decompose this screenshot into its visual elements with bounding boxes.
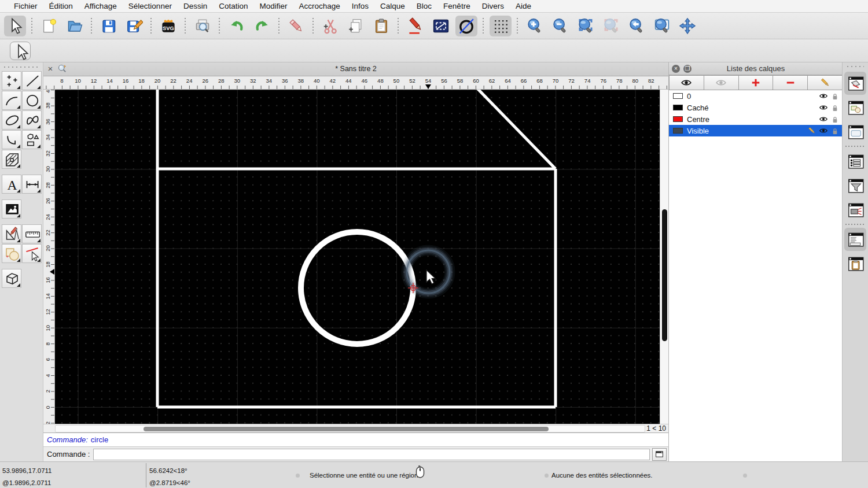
tool-drafting-button[interactable] bbox=[2, 224, 21, 243]
menu-infos[interactable]: Infos bbox=[346, 0, 374, 13]
layer-row-cache[interactable]: Caché bbox=[669, 102, 843, 113]
menu-selectionner[interactable]: Sélectionner bbox=[123, 0, 178, 13]
redo-button[interactable] bbox=[251, 16, 273, 36]
horizontal-scrollbar[interactable] bbox=[55, 425, 645, 432]
vertical-scrollbar-thumb[interactable] bbox=[662, 209, 667, 341]
remove-layer-button[interactable] bbox=[773, 75, 808, 90]
print-preview-button[interactable] bbox=[192, 16, 214, 36]
dock-library-toggle[interactable] bbox=[844, 120, 866, 143]
open-drawing-button[interactable] bbox=[64, 16, 86, 36]
zoom-in-button[interactable] bbox=[524, 16, 546, 36]
dock-layer-list-toggle[interactable] bbox=[844, 72, 866, 95]
delete-button[interactable] bbox=[285, 16, 307, 36]
undo-button[interactable] bbox=[226, 16, 248, 36]
zoom-auto-button[interactable] bbox=[575, 16, 597, 36]
save-button[interactable] bbox=[98, 16, 120, 36]
copy-button[interactable] bbox=[345, 16, 367, 36]
menu-accrochage[interactable]: Accrochage bbox=[293, 0, 345, 13]
menu-fichier[interactable]: Fichier bbox=[8, 0, 43, 13]
zoom-previous-button[interactable] bbox=[600, 16, 622, 36]
layer-lock-icon[interactable] bbox=[830, 92, 839, 101]
layer-row-0[interactable]: 0 bbox=[669, 90, 843, 102]
menu-calque[interactable]: Calque bbox=[374, 0, 411, 13]
menu-bloc[interactable]: Bloc bbox=[411, 0, 437, 13]
layer-lock-icon[interactable] bbox=[830, 115, 839, 124]
show-all-layers-button[interactable] bbox=[669, 75, 704, 90]
toolbar-separator bbox=[90, 17, 93, 35]
pan-button[interactable] bbox=[676, 16, 698, 36]
tool-image-button[interactable] bbox=[2, 199, 21, 219]
add-layer-button[interactable] bbox=[739, 75, 774, 90]
drawing-canvas[interactable] bbox=[55, 90, 660, 424]
tool-modify-button[interactable] bbox=[2, 244, 21, 263]
paste-button[interactable] bbox=[370, 16, 392, 36]
tool-polygon-button[interactable] bbox=[22, 130, 42, 149]
layer-visibility-icon[interactable] bbox=[819, 103, 828, 112]
tool-measure-button[interactable] bbox=[22, 224, 42, 243]
horizontal-scrollbar-thumb[interactable] bbox=[144, 427, 549, 431]
dock-entity-list-toggle[interactable] bbox=[844, 150, 866, 173]
tool-ellipse-button[interactable] bbox=[2, 110, 21, 130]
zoom-out-button[interactable] bbox=[549, 16, 571, 36]
drawing-line[interactable] bbox=[475, 90, 556, 169]
menu-fenetre[interactable]: Fenêtre bbox=[437, 0, 476, 13]
save-as-button[interactable] bbox=[123, 16, 145, 36]
tool-delete-entity-button[interactable] bbox=[22, 244, 42, 263]
hide-all-layers-button[interactable] bbox=[704, 75, 739, 90]
cut-button[interactable] bbox=[319, 16, 341, 36]
horizontal-scrollbar-row: 1 < 10 bbox=[43, 424, 668, 432]
tool-points-button[interactable] bbox=[2, 71, 21, 90]
hruler-label: 46 bbox=[362, 77, 368, 84]
menu-edition[interactable]: Édition bbox=[43, 0, 79, 13]
layer-visibility-icon[interactable] bbox=[819, 126, 828, 135]
layer-row-visible[interactable]: Visible bbox=[669, 125, 843, 136]
zoom-back-button[interactable] bbox=[626, 16, 648, 36]
vertical-scrollbar[interactable] bbox=[660, 90, 668, 424]
menu-dessin[interactable]: Dessin bbox=[178, 0, 213, 13]
selection-options-button[interactable] bbox=[430, 16, 452, 36]
layer-name: Caché bbox=[687, 103, 819, 112]
dock-dimension-toggle[interactable] bbox=[844, 198, 866, 221]
menu-aide[interactable]: Aide bbox=[510, 0, 537, 13]
dock-command-toggle[interactable] bbox=[844, 228, 866, 251]
grid-toggle-button[interactable] bbox=[490, 16, 512, 36]
menu-affichage[interactable]: Affichage bbox=[79, 0, 123, 13]
edit-layer-button[interactable] bbox=[808, 75, 843, 90]
dock-block-list-toggle[interactable] bbox=[844, 96, 866, 119]
new-drawing-button[interactable] bbox=[38, 16, 60, 36]
tool-circle-button[interactable] bbox=[22, 91, 42, 110]
dock-filter-toggle[interactable] bbox=[844, 174, 866, 197]
tool-arc-button[interactable] bbox=[2, 91, 21, 110]
pointer-tool-button[interactable] bbox=[10, 42, 31, 60]
menu-modifier[interactable]: Modifier bbox=[253, 0, 293, 13]
eye-icon bbox=[681, 77, 692, 88]
menu-cotation[interactable]: Cotation bbox=[213, 0, 253, 13]
tool-text-button[interactable]: A bbox=[2, 175, 21, 194]
command-input[interactable] bbox=[93, 449, 650, 460]
layer-lock-icon[interactable] bbox=[830, 103, 839, 112]
tool-polyline-button[interactable] bbox=[2, 130, 21, 149]
tool-line-button[interactable] bbox=[22, 71, 42, 90]
palette-drag-handle[interactable] bbox=[3, 65, 39, 69]
zoom-window-button[interactable] bbox=[651, 16, 673, 36]
tool-spline-button[interactable] bbox=[22, 110, 42, 130]
layer-lock-icon[interactable] bbox=[830, 127, 839, 135]
layer-visibility-icon[interactable] bbox=[819, 91, 828, 101]
attributes-button[interactable] bbox=[404, 16, 426, 36]
vertical-ruler-marker bbox=[50, 269, 54, 275]
menu-divers[interactable]: Divers bbox=[476, 0, 510, 13]
export-svg-button[interactable]: SVG bbox=[157, 16, 179, 36]
dock-clipboard-toggle[interactable] bbox=[844, 252, 866, 275]
drawing-circle[interactable] bbox=[301, 232, 413, 344]
command-popup-button[interactable] bbox=[652, 448, 667, 461]
layer-row-centre[interactable]: Centre bbox=[669, 113, 843, 125]
tool-dimension-button[interactable] bbox=[22, 175, 42, 194]
eraser-icon bbox=[288, 17, 305, 35]
layer-edit-pencil-icon[interactable] bbox=[807, 126, 816, 135]
dock-strip-handle[interactable] bbox=[847, 65, 864, 68]
tool-block-button[interactable] bbox=[2, 269, 21, 288]
draft-mode-button[interactable] bbox=[455, 16, 477, 36]
select-pointer-button[interactable] bbox=[4, 16, 26, 36]
tool-hatch-button[interactable] bbox=[2, 150, 21, 169]
layer-visibility-icon[interactable] bbox=[819, 114, 828, 124]
